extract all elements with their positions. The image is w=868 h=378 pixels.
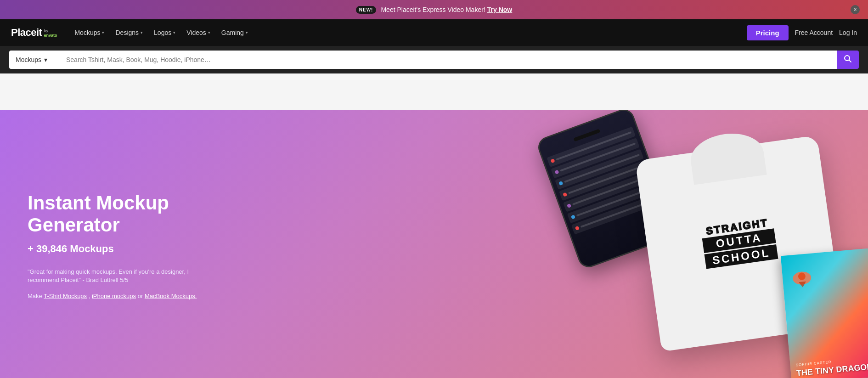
- logo-envato: envato: [44, 34, 57, 38]
- phone-dot-blue2: [571, 214, 575, 219]
- chevron-down-icon: ▾: [173, 30, 175, 35]
- new-badge: NEW!: [356, 6, 377, 14]
- hero-title: Instant Mockup Generator: [28, 192, 211, 237]
- macbook-mockups-link[interactable]: MacBook Mockups.: [145, 293, 197, 299]
- hero-section: Instant Mockup Generator + 39,846 Mockup…: [0, 110, 868, 378]
- hoodie-hood: [688, 129, 767, 185]
- iphone-mockups-link[interactable]: iPhone mockups: [92, 293, 136, 299]
- book-illustration-icon: [787, 263, 817, 293]
- book-mockup: SOPHIE CARTER THE TINY DRAGON: [761, 230, 868, 378]
- svg-point-3: [798, 272, 806, 280]
- nav-right: Pricing Free Account Log In: [747, 25, 857, 40]
- phone-line: [572, 176, 648, 205]
- search-bar: Mockups ▾: [0, 46, 868, 73]
- phone-row: [547, 127, 636, 167]
- phone-dot-red3: [575, 226, 580, 231]
- gray-strip: [0, 73, 868, 110]
- phone-line: [581, 199, 656, 228]
- phone-dot-red2: [563, 192, 567, 197]
- phone-mockup: [535, 110, 677, 271]
- search-input-container: [60, 51, 837, 69]
- free-account-button[interactable]: Free Account: [795, 29, 833, 36]
- search-category-dropdown[interactable]: Mockups ▾: [9, 51, 60, 69]
- hoodie-line1: STRAIGHT: [700, 217, 774, 237]
- phone-row: [563, 171, 652, 212]
- search-input[interactable]: [60, 51, 837, 69]
- phone-line: [568, 165, 644, 194]
- nav-links: Mockups ▾ Designs ▾ Logos ▾ Videos ▾ Gam…: [70, 26, 252, 39]
- nav-item-gaming[interactable]: Gaming ▾: [217, 26, 253, 39]
- phone-dot-red: [550, 158, 555, 163]
- chevron-down-icon: ▾: [208, 30, 210, 35]
- try-now-link[interactable]: Try Now: [487, 6, 512, 13]
- hero-images: STRAIGHT OUTTA SCHOOL SOPHIE CARTER THE …: [217, 110, 868, 378]
- phone-dot-purple: [554, 170, 559, 175]
- book-title: THE TINY DRAGON: [796, 362, 868, 378]
- chevron-down-icon: ▾: [141, 30, 143, 35]
- svg-point-2: [792, 271, 812, 285]
- logo-text: Placeit: [11, 27, 42, 39]
- announcement-bar: NEW! Meet Placeit's Express Video Maker!…: [0, 0, 868, 19]
- book-cover: SOPHIE CARTER THE TINY DRAGON: [781, 248, 868, 378]
- chevron-down-icon: ▾: [44, 56, 47, 63]
- svg-line-1: [849, 60, 851, 62]
- search-icon: [844, 55, 852, 65]
- phone-row: [571, 194, 660, 234]
- nav-item-designs[interactable]: Designs ▾: [111, 26, 147, 39]
- phone-line: [576, 187, 652, 216]
- search-button[interactable]: [837, 51, 859, 69]
- hoodie-line3: SCHOOL: [704, 244, 778, 269]
- nav-item-logos[interactable]: Logos ▾: [149, 26, 180, 39]
- book-author-label: SOPHIE CARTER: [795, 356, 868, 367]
- hero-content: Instant Mockup Generator + 39,846 Mockup…: [0, 164, 239, 327]
- phone-row: [551, 138, 640, 178]
- hero-count: + 39,846 Mockups: [28, 243, 211, 255]
- hero-links: Make T-Shirt Mockups , iPhone mockups or…: [28, 293, 211, 299]
- phone-row: [555, 149, 644, 189]
- phone-screen: [537, 110, 676, 269]
- hoodie-shape: STRAIGHT OUTTA SCHOOL: [635, 135, 844, 352]
- nav-item-mockups[interactable]: Mockups ▾: [70, 26, 109, 39]
- phone-line: [564, 154, 640, 183]
- nav-item-videos[interactable]: Videos ▾: [182, 26, 215, 39]
- phone-row: [559, 160, 648, 201]
- pricing-button[interactable]: Pricing: [747, 25, 789, 40]
- hoodie-mockup: STRAIGHT OUTTA SCHOOL: [611, 129, 831, 358]
- close-announcement-button[interactable]: ×: [851, 5, 860, 14]
- hero-quote: "Great for making quick mockups. Even if…: [28, 268, 211, 284]
- tshirt-mockups-link[interactable]: T-Shirt Mockups: [44, 293, 87, 299]
- svg-marker-4: [799, 282, 806, 288]
- main-nav: Placeit by envato Mockups ▾ Designs ▾ Lo…: [0, 19, 868, 46]
- hoodie-text-block: STRAIGHT OUTTA SCHOOL: [700, 217, 778, 270]
- nav-left: Placeit by envato Mockups ▾ Designs ▾ Lo…: [11, 26, 253, 39]
- chevron-down-icon: ▾: [246, 30, 248, 35]
- login-button[interactable]: Log In: [839, 29, 857, 36]
- hoodie-line2: OUTTA: [702, 228, 776, 253]
- phone-notch: [573, 129, 600, 141]
- announcement-message: Meet Placeit's Express Video Maker!: [381, 6, 485, 13]
- chevron-down-icon: ▾: [102, 30, 104, 35]
- phone-dot-blue: [558, 181, 563, 186]
- phone-dot-purple2: [567, 203, 571, 208]
- logo-sub: by envato: [44, 29, 57, 38]
- phone-line: [556, 131, 631, 160]
- phone-row: [567, 183, 656, 223]
- phone-line: [560, 143, 636, 172]
- logo[interactable]: Placeit by envato: [11, 27, 57, 39]
